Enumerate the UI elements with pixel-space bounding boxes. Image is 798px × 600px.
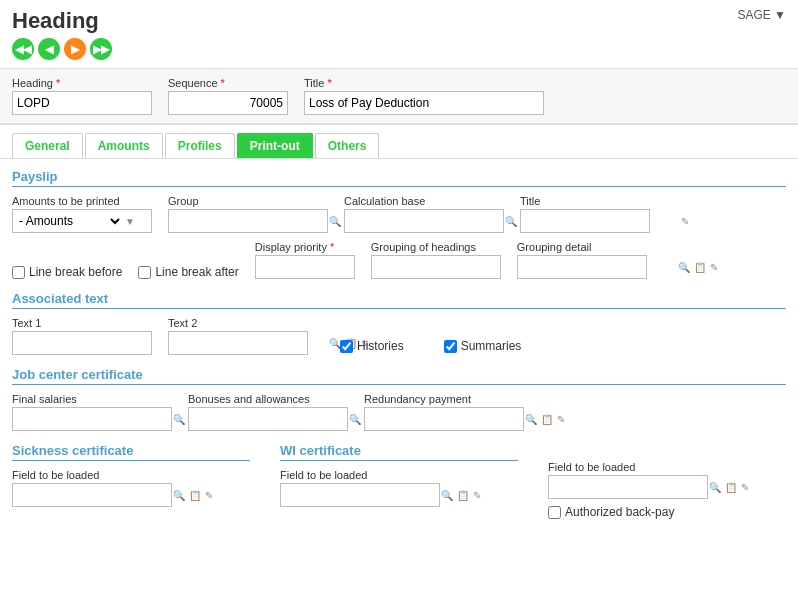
line-break-after-checkbox[interactable] [138,266,151,279]
sequence-label: Sequence * [168,77,288,89]
summaries-wrap: Summaries [444,339,522,353]
bonuses-search-icon[interactable]: 🔍 [347,414,363,425]
wi-copy-icon[interactable]: 📋 [455,490,471,501]
grouping-headings-label: Grouping of headings [371,241,501,253]
tabs: General Amounts Profiles Print-out Other… [0,125,798,159]
sickness-search-icon[interactable]: 🔍 [171,490,187,501]
display-priority-field: Display priority * [255,241,355,279]
text2-label: Text 2 [168,317,308,329]
nav-last-button[interactable]: ▶▶ [90,38,112,60]
group-field: Group 🔍 📋 ✎ [168,195,328,233]
heading-input[interactable] [13,92,171,114]
sickness-edit-icon[interactable]: ✎ [203,490,215,501]
bonuses-label: Bonuses and allowances [188,393,348,405]
group-input[interactable] [169,210,327,232]
title-input[interactable] [305,92,543,114]
line-break-before-checkbox[interactable] [12,266,25,279]
user-label: SAGE ▼ [737,8,786,22]
line-break-before-wrap: Line break before [12,265,122,279]
payslip-title: Payslip [12,169,786,187]
title-input-wrap [304,91,544,115]
redundancy-copy-icon[interactable]: 📋 [539,414,555,425]
authorized-copy-icon[interactable]: 📋 [723,482,739,493]
grouping-detail-input[interactable] [518,256,676,278]
authorized-input[interactable] [549,476,707,498]
payslip-title-input[interactable] [521,210,679,232]
amounts-to-print-field: Amounts to be printed - Amounts ▼ [12,195,152,233]
sickness-copy-icon[interactable]: 📋 [187,490,203,501]
group-label: Group [168,195,328,207]
redundancy-edit-icon[interactable]: ✎ [555,414,567,425]
job-center-section: Job center certificate Final salaries 🔍 … [12,367,786,431]
tab-printout[interactable]: Print-out [237,133,313,158]
grouping-headings-input-wrap: 🔍 📋 ✎ [371,255,501,279]
grouping-detail-edit-icon[interactable]: ✎ [708,262,720,273]
redundancy-search-icon[interactable]: 🔍 [523,414,539,425]
display-priority-label: Display priority * [255,241,355,253]
grouping-headings-input[interactable] [372,256,530,278]
group-input-wrap: 🔍 📋 ✎ [168,209,328,233]
text1-field: Text 1 🔍 📋 ✎ [12,317,152,355]
nav-buttons: ◀◀ ◀ ▶ ▶▶ [12,38,786,60]
wi-field-to-load: Field to be loaded 🔍 📋 ✎ [280,469,518,507]
backpay-label: Authorized back-pay [565,505,674,519]
grouping-detail-search-icon[interactable]: 🔍 [676,262,692,273]
redundancy-input-wrap: 🔍 📋 ✎ [364,407,524,431]
bonuses-input[interactable] [189,408,347,430]
final-salaries-input-wrap: 🔍 📋 ✎ [12,407,172,431]
nav-next-button[interactable]: ▶ [64,38,86,60]
calc-base-input-wrap: 🔍 📋 ✎ [344,209,504,233]
tab-amounts[interactable]: Amounts [85,133,163,158]
bonuses-field: Bonuses and allowances 🔍 📋 ✎ [188,393,348,431]
text2-input-wrap: 🔍 📋 ✎ [168,331,308,355]
backpay-checkbox[interactable] [548,506,561,519]
tab-others[interactable]: Others [315,133,380,158]
wi-edit-icon[interactable]: ✎ [471,490,483,501]
calc-base-search-icon[interactable]: 🔍 [503,216,519,227]
heading-label: Heading * [12,77,152,89]
text2-input[interactable] [169,332,327,354]
wi-search-icon[interactable]: 🔍 [439,490,455,501]
authorized-search-icon[interactable]: 🔍 [707,482,723,493]
main-content: Payslip Amounts to be printed - Amounts … [0,159,798,594]
payslip-title-edit-icon[interactable]: ✎ [679,216,691,227]
text1-input[interactable] [13,332,171,354]
line-break-after-wrap: Line break after [138,265,238,279]
redundancy-input[interactable] [365,408,523,430]
grouping-detail-copy-icon[interactable]: 📋 [692,262,708,273]
summaries-checkbox[interactable] [444,340,457,353]
wi-input-wrap: 🔍 📋 ✎ [280,483,440,507]
sickness-field-label: Field to be loaded [12,469,250,481]
nav-first-button[interactable]: ◀◀ [12,38,34,60]
amounts-dropdown-icon[interactable]: ▼ [123,216,137,227]
payslip-row2: Line break before Line break after Displ… [12,241,786,279]
text1-label: Text 1 [12,317,152,329]
redundancy-label: Redundancy payment [364,393,524,405]
sickness-field-to-load: Field to be loaded 🔍 📋 ✎ [12,469,250,507]
grouping-detail-input-wrap: 🔍 📋 ✎ [517,255,647,279]
sickness-wi-wrapper: Sickness certificate Field to be loaded … [12,443,786,519]
calc-base-field: Calculation base 🔍 📋 ✎ [344,195,504,233]
calc-base-input[interactable] [345,210,503,232]
tab-profiles[interactable]: Profiles [165,133,235,158]
wi-input[interactable] [281,484,439,506]
redundancy-field: Redundancy payment 🔍 📋 ✎ [364,393,524,431]
heading-input-wrap: 🔍 📋 [12,91,152,115]
sickness-input[interactable] [13,484,171,506]
nav-prev-button[interactable]: ◀ [38,38,60,60]
tab-general[interactable]: General [12,133,83,158]
backpay-wrap: Authorized back-pay [548,505,786,519]
header-fields: Heading * 🔍 📋 Sequence * Title * [0,69,798,125]
group-search-icon[interactable]: 🔍 [327,216,343,227]
sickness-input-wrap: 🔍 📋 ✎ [12,483,172,507]
payslip-title-input-wrap: ✎ [520,209,650,233]
final-salaries-search-icon[interactable]: 🔍 [171,414,187,425]
amounts-to-print-select[interactable]: - Amounts [13,210,123,232]
histories-checkbox[interactable] [340,340,353,353]
authorized-edit-icon[interactable]: ✎ [739,482,751,493]
title-field-group: Title * [304,77,544,115]
sequence-input[interactable] [169,92,287,114]
authorized-field-to-load: Field to be loaded 🔍 📋 ✎ [548,461,786,499]
text1-input-wrap: 🔍 📋 ✎ [12,331,152,355]
final-salaries-input[interactable] [13,408,171,430]
